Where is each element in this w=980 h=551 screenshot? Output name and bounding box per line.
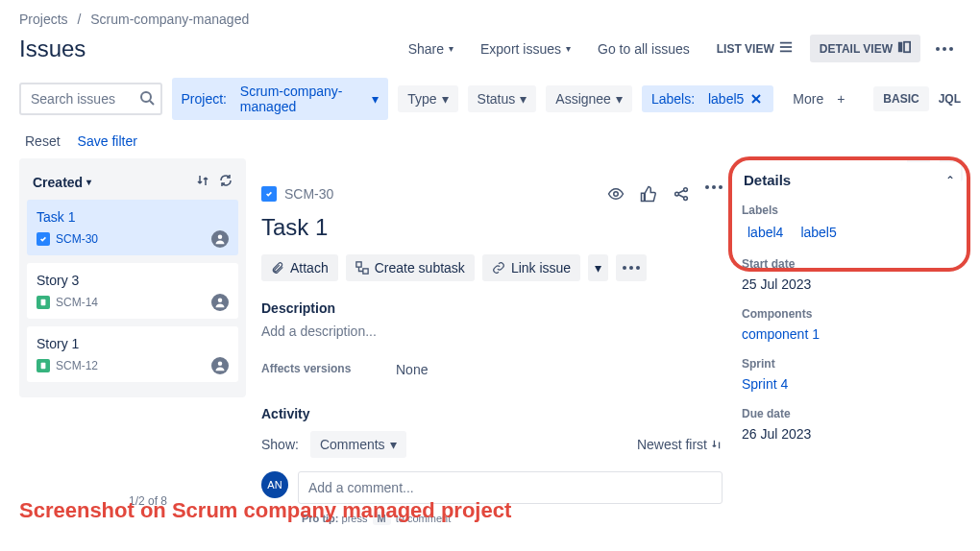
paperclip-icon [271, 261, 284, 275]
description-heading: Description [261, 300, 723, 316]
filter-project[interactable]: Project: Scrum-company-managed▾ [172, 78, 389, 120]
breadcrumb-projects[interactable]: Projects [19, 12, 68, 27]
save-filter-button[interactable]: Save filter [78, 133, 137, 149]
task-icon [261, 186, 277, 202]
chevron-down-icon: ▾ [595, 260, 601, 276]
list-view-icon [779, 40, 793, 57]
chevron-down-icon: ▾ [566, 43, 571, 54]
more-menu[interactable] [928, 41, 961, 57]
issue-card[interactable]: Story 3 SCM-14 [27, 263, 238, 319]
chevron-down-icon: ▾ [372, 91, 379, 107]
unassigned-avatar-icon [211, 294, 229, 311]
go-to-all-issues[interactable]: Go to all issues [588, 36, 699, 62]
svg-rect-0 [780, 42, 792, 44]
svg-rect-3 [898, 42, 902, 53]
filter-more[interactable]: More + [783, 85, 854, 112]
jql-toggle[interactable]: JQL [939, 92, 961, 106]
svg-rect-20 [356, 262, 361, 267]
search-icon [139, 90, 155, 108]
start-date-heading: Start date [742, 257, 957, 271]
svg-point-9 [218, 235, 223, 240]
labels-value[interactable]: label4label5 [742, 223, 957, 242]
svg-rect-4 [904, 42, 910, 53]
svg-rect-1 [780, 46, 792, 48]
issue-card-title: Story 3 [37, 273, 229, 288]
subtask-icon [355, 261, 369, 275]
share-icon[interactable] [673, 185, 690, 203]
annotation-text: Screenshot on Scrum company managed proj… [19, 498, 511, 523]
show-label: Show: [261, 437, 299, 452]
page-title: Issues [19, 36, 86, 62]
create-subtask-button[interactable]: Create subtask [346, 254, 475, 281]
sort-direction-icon[interactable] [196, 174, 209, 190]
svg-rect-10 [41, 299, 46, 305]
chevron-down-icon: ▾ [616, 91, 623, 107]
close-icon[interactable] [748, 91, 764, 107]
components-heading: Components [742, 307, 957, 321]
link-issue-button[interactable]: Link issue [482, 254, 580, 281]
plus-icon: + [837, 91, 845, 107]
svg-point-14 [614, 192, 619, 197]
sprint-value[interactable]: Sprint 4 [742, 376, 957, 392]
issue-card-key: SCM-30 [56, 232, 98, 246]
list-view-button[interactable]: LIST VIEW [707, 35, 802, 62]
detail-view-icon [897, 40, 911, 57]
svg-point-5 [141, 92, 151, 102]
unassigned-avatar-icon [211, 357, 229, 374]
issue-key[interactable]: SCM-30 [284, 186, 333, 202]
meatballs-icon [936, 47, 953, 51]
filter-type[interactable]: Type▾ [398, 85, 457, 112]
breadcrumb-project[interactable]: Scrum-company-managed [90, 12, 249, 27]
svg-line-6 [150, 101, 154, 105]
issue-card[interactable]: Story 1 SCM-12 [27, 326, 238, 382]
reset-button[interactable]: Reset [25, 133, 61, 149]
filter-status[interactable]: Status▾ [468, 85, 537, 112]
comments-tab[interactable]: Comments▾ [310, 431, 406, 458]
issue-card-key: SCM-12 [56, 359, 98, 372]
more-icon[interactable] [705, 185, 723, 203]
svg-line-19 [678, 195, 684, 198]
more-actions[interactable] [616, 254, 647, 281]
sprint-heading: Sprint [742, 357, 957, 371]
affects-versions-label: Affects versions [261, 362, 396, 377]
basic-toggle[interactable]: BASIC [873, 86, 928, 111]
like-icon[interactable] [640, 185, 657, 203]
issue-title[interactable]: Task 1 [261, 214, 723, 241]
chevron-down-icon: ▾ [390, 437, 397, 452]
share-button[interactable]: Share▾ [399, 36, 463, 62]
watch-icon[interactable] [607, 185, 625, 203]
breadcrumb: Projects / Scrum-company-managed [19, 12, 961, 27]
affects-versions-value[interactable]: None [396, 362, 428, 377]
due-date-heading: Due date [742, 407, 957, 420]
search-input-wrap [19, 83, 162, 115]
filter-assignee[interactable]: Assignee▾ [546, 85, 632, 112]
detail-view-button[interactable]: DETAIL VIEW [810, 35, 920, 62]
issue-card[interactable]: Task 1 SCM-30 [27, 200, 238, 255]
link-dropdown[interactable]: ▾ [588, 254, 608, 281]
description-field[interactable]: Add a description... [261, 323, 723, 339]
sort-dropdown[interactable]: Created▾ [33, 175, 91, 190]
story-icon [37, 296, 50, 309]
issue-card-key: SCM-14 [56, 296, 98, 309]
sort-newest[interactable]: Newest first [637, 437, 723, 452]
user-avatar: AN [261, 471, 288, 498]
export-button[interactable]: Export issues▾ [471, 36, 580, 62]
issue-card-title: Task 1 [37, 209, 229, 225]
activity-heading: Activity [261, 406, 723, 421]
due-date-value[interactable]: 26 Jul 2023 [742, 426, 957, 442]
details-toggle[interactable]: Details ⌃ [738, 162, 961, 198]
svg-rect-12 [41, 363, 46, 369]
svg-point-13 [218, 362, 223, 367]
components-value[interactable]: component 1 [742, 326, 957, 342]
attach-button[interactable]: Attach [261, 254, 338, 281]
start-date-value[interactable]: 25 Jul 2023 [742, 276, 957, 292]
filter-labels[interactable]: Labels: label5 [642, 85, 773, 112]
chevron-down-icon: ▾ [449, 43, 453, 54]
meatballs-icon [623, 266, 640, 270]
refresh-icon[interactable] [219, 174, 233, 190]
svg-point-11 [218, 299, 223, 303]
labels-heading: Labels [742, 204, 957, 217]
issue-list-sidebar: Created▾ Task 1 SCM-30 Story 3 SCM-1 [19, 158, 246, 397]
details-panel: Details ⌃ Labels label4label5 Start date… [738, 162, 961, 525]
svg-rect-21 [363, 269, 368, 274]
